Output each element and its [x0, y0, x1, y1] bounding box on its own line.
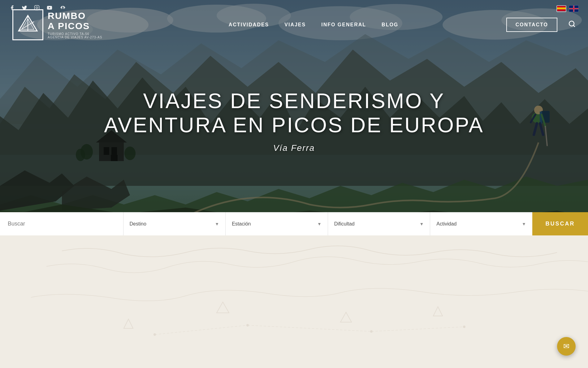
nav-viajes[interactable]: VIAJES	[284, 22, 306, 28]
nav-info-general[interactable]: INFO GENERAL	[321, 22, 366, 28]
search-button[interactable]: BUSCAR	[532, 212, 588, 235]
email-float-button[interactable]: ✉	[557, 337, 576, 356]
destino-arrow: ▼	[215, 221, 219, 226]
svg-marker-49	[124, 319, 133, 328]
nav-blog[interactable]: BLOG	[382, 22, 398, 28]
actividad-label: Actividad	[436, 221, 456, 227]
estacion-label: Estación	[232, 221, 251, 227]
hero-title-line2: AVENTURA EN PICOS DE EUROPA	[59, 113, 529, 137]
logo-line2: A PICOS	[48, 21, 102, 31]
hero-content: VIAJES DE SENDERISMO Y AVENTURA EN PICOS…	[59, 89, 529, 153]
hero-section: RUMBO A PICOS TURISMO ACTIVO TA-56 AGENC…	[0, 0, 588, 235]
actividad-dropdown[interactable]: Actividad ▼	[430, 212, 532, 235]
nav-right: CONTACTO	[506, 18, 576, 32]
dificultad-dropdown[interactable]: Dificultad ▼	[328, 212, 430, 235]
search-bar: Destino ▼ Estación ▼ Dificultad ▼ Activi…	[0, 212, 588, 235]
svg-line-59	[371, 327, 464, 331]
actividad-arrow: ▼	[522, 221, 526, 226]
nav-links: ACTIVIDADES VIAJES INFO GENERAL BLOG	[121, 22, 506, 28]
estacion-dropdown[interactable]: Estación ▼	[225, 212, 328, 235]
hero-title-line1: VIAJES DE SENDERISMO Y	[59, 89, 529, 113]
nav-actividades[interactable]: ACTIVIDADES	[229, 22, 269, 28]
logo-box	[12, 9, 43, 40]
svg-line-57	[155, 325, 248, 335]
map-watermark	[0, 235, 588, 368]
svg-marker-50	[217, 302, 229, 313]
bottom-section	[0, 235, 588, 368]
navbar: RUMBO A PICOS TURISMO ACTIVO TA-56 AGENC…	[0, 0, 588, 50]
destino-label: Destino	[130, 221, 146, 227]
logo-area[interactable]: RUMBO A PICOS TURISMO ACTIVO TA-56 AGENC…	[12, 9, 102, 40]
svg-line-48	[573, 25, 575, 27]
nav-contacto-button[interactable]: CONTACTO	[506, 18, 557, 32]
svg-marker-51	[340, 312, 352, 322]
svg-line-58	[248, 325, 371, 331]
search-icon[interactable]	[568, 20, 576, 29]
dificultad-label: Dificultad	[334, 221, 355, 227]
hero-title: VIAJES DE SENDERISMO Y AVENTURA EN PICOS…	[59, 89, 529, 137]
logo-sub1: TURISMO ACTIVO TA-56	[48, 32, 102, 36]
logo-icon	[17, 14, 39, 36]
hero-subtitle: Vía Ferra	[59, 143, 529, 153]
estacion-arrow: ▼	[317, 221, 322, 226]
logo-text: RUMBO A PICOS TURISMO ACTIVO TA-56 AGENC…	[48, 11, 102, 39]
svg-marker-52	[433, 307, 443, 316]
logo-line1: RUMBO	[48, 11, 102, 21]
dificultad-arrow: ▼	[420, 221, 424, 226]
logo-sub2: AGENCIA DE VIAJES AV-273-AS	[48, 36, 102, 39]
destino-dropdown[interactable]: Destino ▼	[123, 212, 226, 235]
email-icon: ✉	[563, 342, 569, 351]
search-text-input[interactable]	[0, 212, 123, 235]
